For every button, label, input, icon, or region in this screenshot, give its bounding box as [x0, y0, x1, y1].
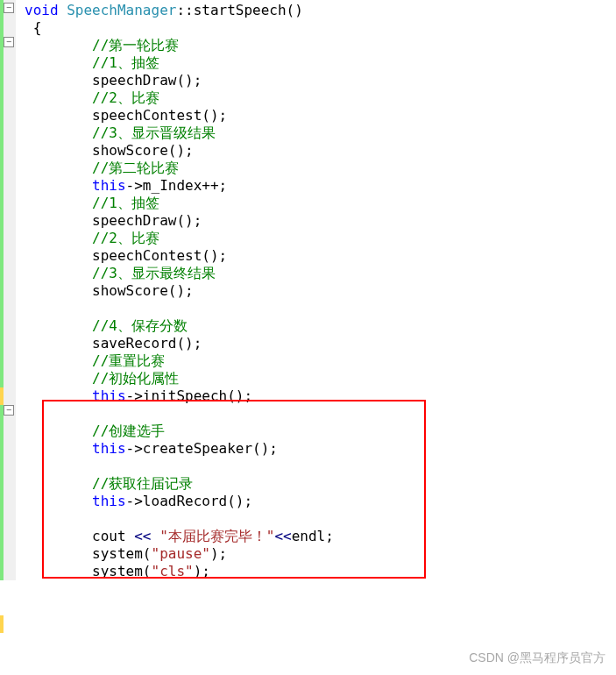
code-line: this->m_Index++;: [21, 177, 616, 195]
code-line: //2、比赛: [21, 89, 616, 107]
code-line: system("cls");: [21, 563, 616, 580]
code-line: //2、比赛: [21, 230, 616, 247]
fold-toggle-icon[interactable]: −: [4, 37, 14, 47]
code-line: //初始化属性: [21, 370, 616, 387]
change-marker: [0, 387, 4, 405]
code-line: //重置比赛: [21, 352, 616, 370]
code-line: [21, 300, 616, 317]
code-line: [21, 405, 616, 423]
code-line: showScore();: [21, 142, 616, 160]
code-line: //创建选手: [21, 423, 616, 440]
code-line: cout << "本届比赛完毕！"<<endl;: [21, 528, 616, 545]
code-line: //获取往届记录: [21, 475, 616, 493]
code-line: //第二轮比赛: [21, 160, 616, 177]
code-line: this->createSpeaker();: [21, 440, 616, 458]
fold-toggle-icon[interactable]: −: [4, 405, 14, 416]
code-line: {: [21, 19, 616, 37]
code-line: //1、抽签: [21, 195, 616, 212]
code-line: //1、抽签: [21, 54, 616, 72]
code-line: //3、显示最终结果: [21, 265, 616, 282]
code-line: //4、保存分数: [21, 317, 616, 335]
code-line: showScore();: [21, 282, 616, 300]
code-line: [21, 458, 616, 475]
fold-toggle-icon[interactable]: −: [4, 3, 14, 13]
change-marker: [0, 615, 4, 633]
fold-column: [4, 0, 16, 580]
watermark: CSDN @黑马程序员官方: [469, 650, 605, 666]
code-line: system("pause");: [21, 545, 616, 563]
code-line: this->loadRecord();: [21, 493, 616, 510]
code-line: void SpeechManager::startSpeech(): [21, 2, 616, 19]
code-line: speechDraw();: [21, 72, 616, 89]
code-line: speechContest();: [21, 107, 616, 124]
code-line: [21, 510, 616, 528]
code-line: speechContest();: [21, 247, 616, 265]
code-editor: − − − void SpeechManager::startSpeech() …: [0, 0, 616, 580]
code-line: this->initSpeech();: [21, 387, 616, 405]
code-line: speechDraw();: [21, 212, 616, 230]
code-line: //3、显示晋级结果: [21, 124, 616, 142]
code-line: saveRecord();: [21, 335, 616, 352]
code-line: //第一轮比赛: [21, 37, 616, 54]
